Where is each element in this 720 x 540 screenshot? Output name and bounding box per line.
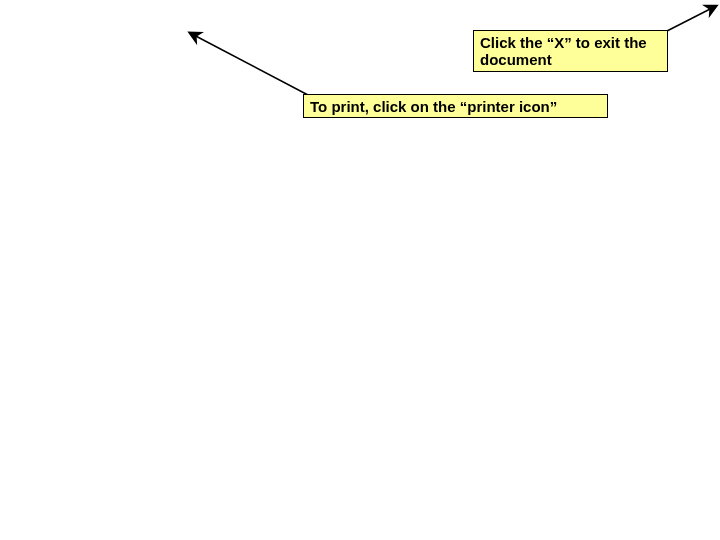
arrows-layer	[0, 0, 720, 540]
arrow-to-printer-icon	[190, 33, 308, 95]
callout-print-icon: To print, click on the “printer icon”	[303, 94, 608, 118]
arrow-to-close-x	[667, 6, 716, 31]
annotation-canvas: Click the “X” to exit the document To pr…	[0, 0, 720, 540]
callout-print-text: To print, click on the “printer icon”	[310, 98, 557, 115]
callout-exit-document: Click the “X” to exit the document	[473, 30, 668, 72]
callout-exit-text: Click the “X” to exit the document	[480, 34, 647, 68]
